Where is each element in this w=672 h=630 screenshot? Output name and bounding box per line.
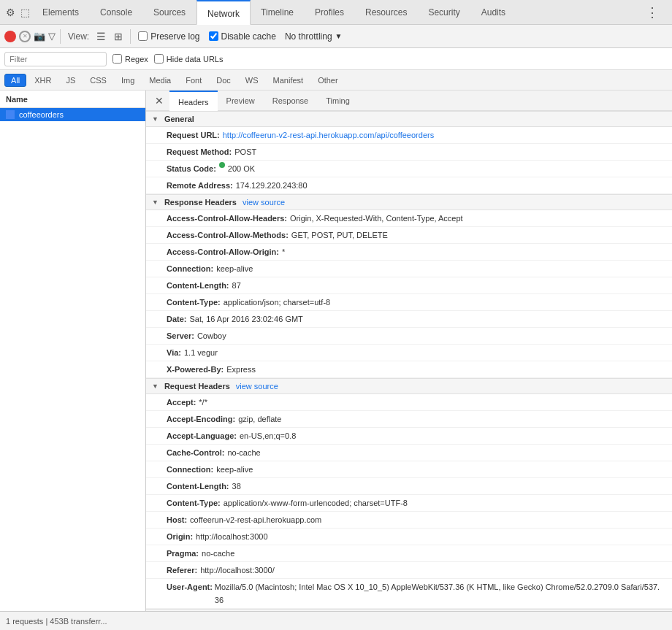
type-filter-manifest[interactable]: Manifest	[267, 74, 310, 87]
request-header-field: Pragma:no-cache	[146, 545, 672, 562]
regex-label: Regex	[125, 55, 148, 64]
tab-console[interactable]: Console	[90, 0, 143, 25]
request-headers-view-source[interactable]: view source	[236, 382, 278, 391]
tab-bar: ⚙ ⬚ Elements Console Sources Network Tim…	[0, 0, 672, 25]
request-header-field: Accept-Encoding:gzip, deflate	[146, 411, 672, 428]
separator-1	[60, 29, 61, 44]
type-filter-xhr[interactable]: XHR	[28, 74, 58, 87]
response-header-field: Access-Control-Allow-Origin:*	[146, 244, 672, 261]
response-header-field: Connection:keep-alive	[146, 261, 672, 277]
general-title: General	[164, 115, 194, 123]
request-header-field: Content-Type:application/x-www-form-urle…	[146, 495, 672, 512]
detail-content: ▼ General Request URL: http://coffeerun-…	[146, 111, 672, 611]
disable-cache-checkbox[interactable]	[209, 31, 218, 41]
request-item-coffeeorders[interactable]: coffeeorders	[0, 108, 145, 121]
request-header-field: Host:coffeerun-v2-rest-api.herokuapp.com	[146, 512, 672, 529]
tab-sources[interactable]: Sources	[143, 0, 196, 25]
filter-input[interactable]	[4, 52, 107, 66]
right-panel: ✕ Headers Preview Response Timing ▼ Gene…	[146, 91, 672, 611]
type-filter-css[interactable]: CSS	[83, 74, 113, 87]
general-section-header[interactable]: ▼ General	[146, 111, 672, 127]
field-status-code: Status Code: 200 OK	[146, 161, 672, 177]
tab-network[interactable]: Network	[196, 0, 251, 25]
tab-preview[interactable]: Preview	[218, 91, 264, 111]
type-filter-doc[interactable]: Doc	[210, 74, 237, 87]
response-header-field: Server:Cowboy	[146, 328, 672, 345]
response-header-field: Access-Control-Allow-Headers:Origin, X-R…	[146, 210, 672, 227]
type-filter-all[interactable]: All	[4, 74, 26, 87]
preserve-log-checkbox[interactable]	[138, 31, 148, 41]
response-header-field: Date:Sat, 16 Apr 2016 23:02:46 GMT	[146, 311, 672, 328]
response-header-field: Content-Length:87	[146, 277, 672, 294]
request-headers-section-header[interactable]: ▼ Request Headers view source	[146, 378, 672, 394]
tab-headers[interactable]: Headers	[169, 91, 218, 111]
filter-icon[interactable]: ▽	[48, 31, 56, 42]
request-item-label: coffeeorders	[19, 110, 64, 119]
response-headers-triangle: ▼	[152, 199, 159, 206]
hide-data-urls-option[interactable]: Hide data URLs	[154, 54, 224, 64]
stop-button[interactable]: ✕	[19, 31, 31, 42]
type-filter-other[interactable]: Other	[311, 74, 345, 87]
close-detail-button[interactable]: ✕	[149, 91, 169, 111]
view-label: View:	[68, 31, 89, 42]
preserve-log-label[interactable]: Preserve log	[138, 31, 199, 42]
devtools-icon[interactable]: ⚙	[3, 5, 18, 20]
main-area: Name coffeeorders ✕ Headers Preview Resp…	[0, 91, 672, 611]
camera-icon[interactable]: 📷	[34, 31, 45, 42]
tab-response[interactable]: Response	[264, 91, 318, 111]
form-data-section-header[interactable]: ▼ Form Data view source view URL encoded	[146, 609, 672, 611]
request-list: coffeeorders	[0, 108, 145, 611]
request-item-icon	[6, 110, 15, 119]
list-view-icon[interactable]: ☰	[93, 29, 108, 44]
request-headers-title: Request Headers	[164, 382, 230, 391]
tab-timing[interactable]: Timing	[317, 91, 359, 111]
network-toolbar: ✕ 📷 ▽ View: ☰ ⊞ Preserve log Disable cac…	[0, 25, 672, 48]
response-header-field: X-Powered-By:Express	[146, 361, 672, 378]
status-bar: 1 requests | 453B transferr...	[0, 611, 672, 630]
inspect-icon[interactable]: ⬚	[18, 5, 32, 20]
disable-cache-text: Disable cache	[221, 31, 276, 42]
status-bar-text: 1 requests | 453B transferr...	[6, 617, 107, 626]
request-header-field: Content-Length:38	[146, 478, 672, 495]
request-headers-fields: Accept:*/*Accept-Encoding:gzip, deflateA…	[146, 394, 672, 609]
record-button[interactable]	[4, 31, 16, 42]
request-header-field: Accept-Language:en-US,en;q=0.8	[146, 428, 672, 445]
hide-data-urls-label: Hide data URLs	[167, 55, 224, 64]
tab-security[interactable]: Security	[418, 0, 470, 25]
hide-data-urls-checkbox[interactable]	[154, 54, 164, 64]
response-headers-section-header[interactable]: ▼ Response Headers view source	[146, 194, 672, 210]
response-header-field: Access-Control-Allow-Methods:GET, POST, …	[146, 227, 672, 244]
throttle-arrow: ▼	[335, 32, 343, 40]
disable-cache-label[interactable]: Disable cache	[209, 31, 276, 42]
more-tabs-button[interactable]: ⋮	[641, 4, 663, 20]
request-headers-section: ▼ Request Headers view source Accept:*/*…	[146, 378, 672, 609]
type-filter-js[interactable]: JS	[59, 74, 82, 87]
tab-resources[interactable]: Resources	[355, 0, 418, 25]
type-filter-media[interactable]: Media	[142, 74, 177, 87]
field-request-method: Request Method: POST	[146, 144, 672, 161]
response-headers-view-source[interactable]: view source	[243, 198, 285, 207]
throttle-label: No throttling	[285, 31, 332, 42]
tab-audits[interactable]: Audits	[471, 0, 516, 25]
regex-checkbox[interactable]	[112, 54, 122, 64]
response-header-field: Via:1.1 vegur	[146, 345, 672, 361]
request-header-field: Connection:keep-alive	[146, 461, 672, 478]
request-header-field: Cache-Control:no-cache	[146, 445, 672, 461]
form-data-section: ▼ Form Data view source view URL encoded…	[146, 609, 672, 611]
type-filter-font[interactable]: Font	[179, 74, 208, 87]
detail-tab-bar: ✕ Headers Preview Response Timing	[146, 91, 672, 111]
throttle-select[interactable]: No throttling ▼	[282, 30, 345, 43]
status-dot	[219, 162, 225, 168]
type-filter-img[interactable]: Img	[115, 74, 141, 87]
request-header-field: Origin:http://localhost:3000	[146, 529, 672, 545]
request-header-field: Referer:http://localhost:3000/	[146, 562, 672, 579]
detail-view-icon[interactable]: ⊞	[111, 29, 126, 44]
left-panel: Name coffeeorders	[0, 91, 146, 611]
tab-profiles[interactable]: Profiles	[305, 0, 355, 25]
name-header: Name	[0, 91, 145, 108]
response-headers-section: ▼ Response Headers view source Access-Co…	[146, 194, 672, 378]
regex-option[interactable]: Regex	[112, 54, 148, 64]
tab-elements[interactable]: Elements	[32, 0, 90, 25]
tab-timeline[interactable]: Timeline	[251, 0, 305, 25]
type-filter-ws[interactable]: WS	[239, 74, 265, 87]
